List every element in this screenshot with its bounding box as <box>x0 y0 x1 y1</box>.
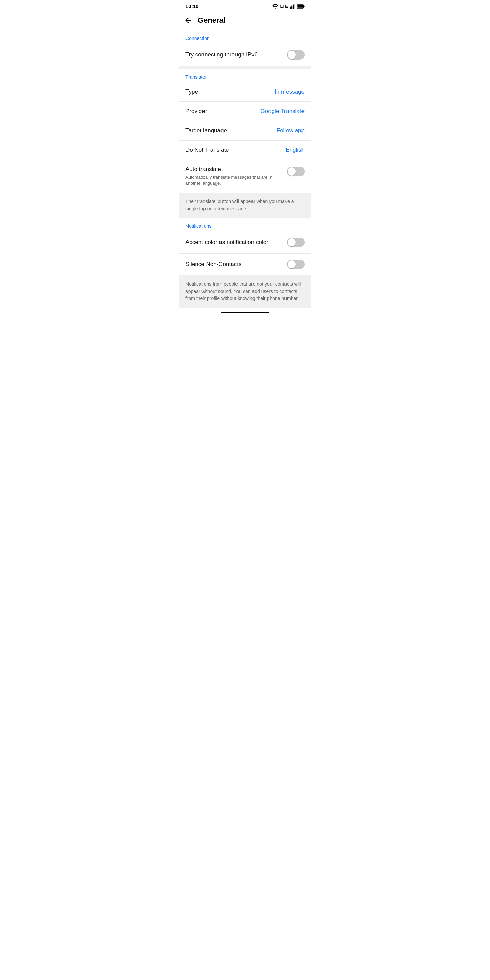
ipv6-label: Try connecting through IPv6 <box>185 51 258 58</box>
accent-color-row[interactable]: Accent color as notification color <box>179 231 311 253</box>
signal-icon <box>290 4 295 9</box>
top-bar: General <box>179 12 311 30</box>
do-not-translate-value: English <box>285 147 305 153</box>
connection-section-label: Connection <box>179 30 311 44</box>
status-icons: LTE <box>272 4 305 9</box>
provider-row[interactable]: Provider Google Translate <box>179 102 311 121</box>
status-time: 10:10 <box>185 3 198 9</box>
home-indicator-bar <box>221 312 269 313</box>
page-title: General <box>198 16 226 25</box>
do-not-translate-label: Do Not Translate <box>185 147 229 153</box>
accent-color-label: Accent color as notification color <box>185 239 269 246</box>
battery-icon <box>297 5 305 8</box>
accent-color-toggle[interactable] <box>287 237 305 247</box>
auto-translate-toggle[interactable] <box>287 167 305 176</box>
svg-marker-0 <box>290 6 291 8</box>
auto-translate-title: Auto translate <box>185 166 277 173</box>
svg-marker-2 <box>293 5 294 8</box>
back-button[interactable] <box>184 16 192 24</box>
accent-color-knob <box>288 238 296 247</box>
notifications-info-box: Notifications from people that are not y… <box>179 275 311 308</box>
silence-non-contacts-label: Silence Non-Contacts <box>185 261 241 268</box>
translator-section: Translator Type In message Provider Goog… <box>179 69 311 218</box>
divider-1 <box>179 66 311 69</box>
auto-translate-text: Auto translate Automatically translate m… <box>185 166 277 186</box>
silence-non-contacts-row[interactable]: Silence Non-Contacts <box>179 253 311 275</box>
provider-label: Provider <box>185 108 207 115</box>
do-not-translate-row[interactable]: Do Not Translate English <box>179 140 311 160</box>
notifications-section-label: Notifications <box>179 218 311 231</box>
notifications-info-text: Notifications from people that are not y… <box>185 282 301 301</box>
notifications-section: Notifications Accent color as notificati… <box>179 218 311 308</box>
provider-value: Google Translate <box>261 108 305 115</box>
auto-translate-subtitle: Automatically translate messages that ar… <box>185 174 277 186</box>
auto-translate-knob <box>288 167 296 176</box>
ipv6-row[interactable]: Try connecting through IPv6 <box>179 44 311 66</box>
svg-marker-3 <box>294 4 295 9</box>
translator-section-label: Translator <box>179 69 311 82</box>
wifi-icon <box>272 4 278 9</box>
translator-info-box: The 'Translate' button will appear when … <box>179 192 311 218</box>
target-language-row[interactable]: Target language Follow app <box>179 121 311 140</box>
svg-rect-5 <box>304 5 305 7</box>
type-row[interactable]: Type In message <box>179 82 311 102</box>
type-value: In message <box>275 89 305 95</box>
silence-non-contacts-toggle[interactable] <box>287 259 305 269</box>
svg-rect-6 <box>298 5 302 8</box>
target-language-value: Follow app <box>277 127 305 134</box>
status-bar: 10:10 LTE <box>179 0 311 12</box>
home-indicator <box>179 308 311 316</box>
type-label: Type <box>185 89 198 95</box>
translator-info-text: The 'Translate' button will appear when … <box>185 199 294 211</box>
svg-marker-1 <box>291 5 292 8</box>
target-language-label: Target language <box>185 127 227 134</box>
lte-label: LTE <box>280 4 288 9</box>
auto-translate-row[interactable]: Auto translate Automatically translate m… <box>179 160 311 192</box>
ipv6-toggle-knob <box>288 51 296 59</box>
connection-section: Connection Try connecting through IPv6 <box>179 30 311 66</box>
ipv6-toggle[interactable] <box>287 50 305 60</box>
silence-non-contacts-knob <box>288 260 296 269</box>
